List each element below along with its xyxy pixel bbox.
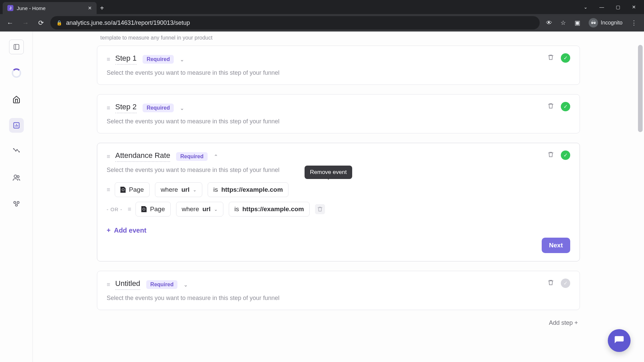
- drag-handle-icon[interactable]: ≡: [107, 105, 109, 112]
- step-complete-icon: ✓: [561, 53, 570, 63]
- lock-icon: 🔒: [56, 20, 62, 25]
- required-chip: Required: [143, 55, 174, 64]
- toggle-panel-icon[interactable]: [9, 40, 24, 54]
- next-button[interactable]: Next: [542, 238, 570, 253]
- browser-chrome: J June - Home ✕ + ⌄ ― ▢ ✕ ← → ⟳ 🔒 analyt…: [0, 0, 644, 32]
- content-area: template to measure any funnel in your p…: [33, 32, 644, 362]
- users-icon[interactable]: [9, 170, 24, 185]
- tab-title: June - Home: [17, 5, 46, 11]
- add-step-label: Add step: [549, 319, 573, 326]
- add-step-button[interactable]: Add step +: [97, 319, 580, 326]
- tab-close-icon[interactable]: ✕: [88, 5, 92, 11]
- value-label: https://example.com: [242, 205, 304, 213]
- groups-icon[interactable]: [9, 196, 24, 211]
- insights-icon[interactable]: [9, 144, 24, 159]
- delete-step-icon[interactable]: [547, 279, 554, 288]
- where-label: where: [161, 186, 178, 193]
- step-pending-icon: ✓: [561, 279, 570, 288]
- add-event-button[interactable]: + Add event: [107, 227, 570, 234]
- drag-handle-icon[interactable]: ≡: [107, 186, 109, 193]
- step-card-expanded: ≡ Attendance Rate Required ⌃ ✓ Select th…: [97, 143, 580, 261]
- operator-label: is: [234, 205, 239, 213]
- tab-favicon-icon: J: [7, 5, 13, 11]
- chevron-down-icon[interactable]: ⌄: [180, 56, 184, 63]
- drag-handle-icon[interactable]: ≡: [107, 281, 109, 288]
- chevron-up-icon[interactable]: ⌃: [214, 154, 218, 160]
- forward-button[interactable]: →: [19, 17, 32, 29]
- events-list: ≡ Page where url ⌄ is https://exampl: [107, 182, 570, 217]
- address-bar: ← → ⟳ 🔒 analytics.june.so/a/14631/report…: [0, 14, 644, 32]
- incognito-label: Incognito: [601, 20, 623, 26]
- event-property-select[interactable]: where url ⌄: [176, 202, 223, 217]
- drag-handle-icon[interactable]: ≡: [107, 153, 109, 160]
- step-card: ≡ Untitled Required ⌄ ✓ Select the event…: [97, 271, 580, 310]
- step-description: Select the events you want to measure in…: [107, 118, 570, 125]
- required-chip: Required: [176, 152, 207, 161]
- event-property-select[interactable]: where url ⌄: [155, 182, 202, 197]
- step-title[interactable]: Step 2: [115, 103, 137, 113]
- reload-button[interactable]: ⟳: [35, 17, 47, 29]
- svg-point-10: [14, 175, 17, 178]
- step-card: ≡ Step 1 Required ⌄ ✓ Select the events …: [97, 46, 580, 85]
- step-title[interactable]: Attendance Rate: [115, 151, 170, 162]
- incognito-chip: 🕶 Incognito: [585, 17, 626, 29]
- loading-spinner-icon: [9, 66, 24, 80]
- add-event-label: Add event: [114, 227, 147, 234]
- page-icon: [141, 206, 147, 212]
- svg-point-13: [17, 201, 19, 203]
- drag-handle-icon[interactable]: ≡: [107, 56, 109, 63]
- plus-icon: +: [574, 319, 578, 326]
- chevron-down-icon: ⌄: [193, 187, 197, 192]
- scrollbar-thumb[interactable]: [638, 45, 643, 132]
- event-value-chip[interactable]: is https://example.com: [208, 182, 288, 197]
- delete-step-icon[interactable]: [547, 54, 554, 63]
- svg-point-8: [16, 149, 17, 150]
- svg-point-12: [14, 201, 16, 203]
- event-type-label: Page: [150, 205, 165, 213]
- page-subheading: template to measure any funnel in your p…: [100, 35, 580, 41]
- bookmark-icon[interactable]: ☆: [557, 17, 569, 29]
- new-tab-button[interactable]: +: [97, 2, 107, 14]
- event-type-select[interactable]: Page: [136, 202, 170, 217]
- browser-tab[interactable]: J June - Home ✕: [3, 2, 97, 14]
- scrollbar[interactable]: [637, 32, 643, 362]
- event-row: - OR - ≡ Page where url ⌄ is: [107, 202, 570, 217]
- step-title[interactable]: Step 1: [115, 54, 137, 65]
- install-icon[interactable]: ▣: [571, 17, 583, 29]
- plus-icon: +: [107, 227, 111, 234]
- reports-icon[interactable]: [9, 118, 24, 133]
- incognito-icon: 🕶: [589, 18, 598, 27]
- drag-handle-icon[interactable]: ≡: [128, 206, 130, 213]
- kebab-menu-icon[interactable]: ⋮: [628, 17, 640, 29]
- chat-widget-button[interactable]: [608, 329, 631, 352]
- chevron-down-icon[interactable]: ⌄: [183, 282, 188, 288]
- url-input[interactable]: 🔒 analytics.june.so/a/14631/report/19001…: [50, 16, 540, 29]
- or-label: - OR -: [107, 206, 122, 212]
- event-value-chip[interactable]: is https://example.com: [229, 202, 310, 217]
- event-type-select[interactable]: Page: [115, 182, 150, 197]
- window-minimize-icon[interactable]: ―: [595, 4, 608, 10]
- svg-point-14: [15, 204, 17, 206]
- step-description: Select the events you want to measure in…: [107, 295, 570, 302]
- tab-dropdown-icon[interactable]: ⌄: [579, 4, 592, 10]
- delete-step-icon[interactable]: [547, 102, 554, 111]
- eye-off-icon[interactable]: 👁: [543, 17, 555, 29]
- remove-event-button[interactable]: [315, 204, 325, 214]
- step-title[interactable]: Untitled: [115, 279, 141, 290]
- where-label: where: [182, 205, 199, 213]
- url-text: analytics.june.so/a/14631/report/190013/…: [66, 19, 190, 26]
- value-label: https://example.com: [221, 186, 283, 193]
- delete-step-icon[interactable]: [547, 151, 554, 160]
- svg-point-9: [19, 152, 19, 152]
- back-button[interactable]: ←: [4, 17, 16, 29]
- app-area: template to measure any funnel in your p…: [0, 32, 644, 362]
- tab-bar: J June - Home ✕ + ⌄ ― ▢ ✕: [0, 0, 644, 14]
- chevron-down-icon[interactable]: ⌄: [180, 105, 184, 111]
- property-label: url: [181, 186, 190, 193]
- page-icon: [120, 187, 126, 193]
- window-close-icon[interactable]: ✕: [627, 4, 641, 10]
- window-maximize-icon[interactable]: ▢: [611, 4, 625, 10]
- remove-event-tooltip: Remove event: [305, 166, 352, 179]
- home-icon[interactable]: [9, 92, 24, 107]
- required-chip: Required: [146, 280, 177, 289]
